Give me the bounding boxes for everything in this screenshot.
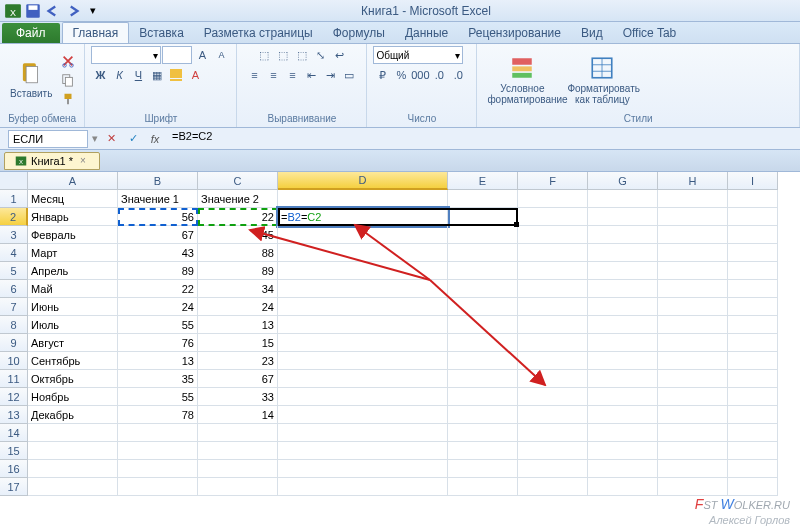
cell-D13[interactable] xyxy=(278,406,448,424)
align-left-icon[interactable]: ≡ xyxy=(245,66,263,84)
cell-I4[interactable] xyxy=(728,244,778,262)
cell-H13[interactable] xyxy=(658,406,728,424)
font-color-icon[interactable]: A xyxy=(186,66,204,84)
cell-G1[interactable] xyxy=(588,190,658,208)
row-header-15[interactable]: 15 xyxy=(0,442,28,460)
cell-I12[interactable] xyxy=(728,388,778,406)
cell-G11[interactable] xyxy=(588,370,658,388)
tab-data[interactable]: Данные xyxy=(395,23,458,43)
select-all-corner[interactable] xyxy=(0,172,28,190)
cell-F15[interactable] xyxy=(518,442,588,460)
cell-E2[interactable] xyxy=(448,208,518,226)
cell-B14[interactable] xyxy=(118,424,198,442)
cell-B10[interactable]: 13 xyxy=(118,352,198,370)
cell-H4[interactable] xyxy=(658,244,728,262)
tab-home[interactable]: Главная xyxy=(62,22,130,43)
cell-D17[interactable] xyxy=(278,478,448,496)
file-tab[interactable]: Файл xyxy=(2,23,60,43)
cell-E4[interactable] xyxy=(448,244,518,262)
cell-F7[interactable] xyxy=(518,298,588,316)
cell-B15[interactable] xyxy=(118,442,198,460)
cell-F9[interactable] xyxy=(518,334,588,352)
cell-C15[interactable] xyxy=(198,442,278,460)
cell-B9[interactable]: 76 xyxy=(118,334,198,352)
cell-B4[interactable]: 43 xyxy=(118,244,198,262)
cell-H11[interactable] xyxy=(658,370,728,388)
decrease-font-icon[interactable]: A xyxy=(212,46,230,64)
cell-G5[interactable] xyxy=(588,262,658,280)
format-as-table-button[interactable]: Форматировать как таблицу xyxy=(563,53,641,107)
font-family-select[interactable]: ▾ xyxy=(91,46,161,64)
column-header-I[interactable]: I xyxy=(728,172,778,190)
cell-H8[interactable] xyxy=(658,316,728,334)
fill-color-icon[interactable] xyxy=(167,66,185,84)
cell-B2[interactable]: 56 xyxy=(118,208,198,226)
cell-I11[interactable] xyxy=(728,370,778,388)
cell-A16[interactable] xyxy=(28,460,118,478)
cell-C12[interactable]: 33 xyxy=(198,388,278,406)
cell-A10[interactable]: Сентябрь xyxy=(28,352,118,370)
cell-A6[interactable]: Май xyxy=(28,280,118,298)
cell-A11[interactable]: Октябрь xyxy=(28,370,118,388)
cell-F16[interactable] xyxy=(518,460,588,478)
cell-C4[interactable]: 88 xyxy=(198,244,278,262)
cell-C10[interactable]: 23 xyxy=(198,352,278,370)
enter-formula-icon[interactable]: ✓ xyxy=(124,130,142,148)
tab-review[interactable]: Рецензирование xyxy=(458,23,571,43)
cell-I17[interactable] xyxy=(728,478,778,496)
close-workbook-icon[interactable]: × xyxy=(77,155,89,167)
workbook-tab[interactable]: X Книга1 * × xyxy=(4,152,100,170)
cell-I10[interactable] xyxy=(728,352,778,370)
format-painter-icon[interactable] xyxy=(58,90,78,108)
column-header-F[interactable]: F xyxy=(518,172,588,190)
cell-H10[interactable] xyxy=(658,352,728,370)
cell-D14[interactable] xyxy=(278,424,448,442)
cell-D10[interactable] xyxy=(278,352,448,370)
wrap-text-icon[interactable]: ↩ xyxy=(331,46,349,64)
cell-H3[interactable] xyxy=(658,226,728,244)
cell-B16[interactable] xyxy=(118,460,198,478)
fx-icon[interactable]: fx xyxy=(146,130,164,148)
cell-B3[interactable]: 67 xyxy=(118,226,198,244)
row-header-3[interactable]: 3 xyxy=(0,226,28,244)
cell-D5[interactable] xyxy=(278,262,448,280)
cell-E16[interactable] xyxy=(448,460,518,478)
cell-C11[interactable]: 67 xyxy=(198,370,278,388)
increase-decimal-icon[interactable]: .0 xyxy=(430,66,448,84)
cell-H14[interactable] xyxy=(658,424,728,442)
cell-A9[interactable]: Август xyxy=(28,334,118,352)
column-header-E[interactable]: E xyxy=(448,172,518,190)
row-header-7[interactable]: 7 xyxy=(0,298,28,316)
cell-E7[interactable] xyxy=(448,298,518,316)
underline-button[interactable]: Ч xyxy=(129,66,147,84)
cell-E6[interactable] xyxy=(448,280,518,298)
cell-E12[interactable] xyxy=(448,388,518,406)
cancel-formula-icon[interactable]: ✕ xyxy=(102,130,120,148)
cell-I8[interactable] xyxy=(728,316,778,334)
row-header-6[interactable]: 6 xyxy=(0,280,28,298)
align-center-icon[interactable]: ≡ xyxy=(264,66,282,84)
row-header-1[interactable]: 1 xyxy=(0,190,28,208)
cell-F1[interactable] xyxy=(518,190,588,208)
cell-I2[interactable] xyxy=(728,208,778,226)
cell-F5[interactable] xyxy=(518,262,588,280)
cell-D1[interactable] xyxy=(278,190,448,208)
cell-H6[interactable] xyxy=(658,280,728,298)
cell-I15[interactable] xyxy=(728,442,778,460)
name-box[interactable]: ЕСЛИ xyxy=(8,130,88,148)
cell-G12[interactable] xyxy=(588,388,658,406)
qat-dropdown-icon[interactable]: ▾ xyxy=(84,2,102,20)
cell-C3[interactable]: 45 xyxy=(198,226,278,244)
increase-indent-icon[interactable]: ⇥ xyxy=(321,66,339,84)
cell-H5[interactable] xyxy=(658,262,728,280)
increase-font-icon[interactable]: A xyxy=(193,46,211,64)
orientation-icon[interactable]: ⤡ xyxy=(312,46,330,64)
currency-icon[interactable]: ₽ xyxy=(373,66,391,84)
cell-G16[interactable] xyxy=(588,460,658,478)
cell-C1[interactable]: Значение 2 xyxy=(198,190,278,208)
decrease-indent-icon[interactable]: ⇤ xyxy=(302,66,320,84)
cell-D15[interactable] xyxy=(278,442,448,460)
cell-A15[interactable] xyxy=(28,442,118,460)
cell-I13[interactable] xyxy=(728,406,778,424)
cell-D9[interactable] xyxy=(278,334,448,352)
